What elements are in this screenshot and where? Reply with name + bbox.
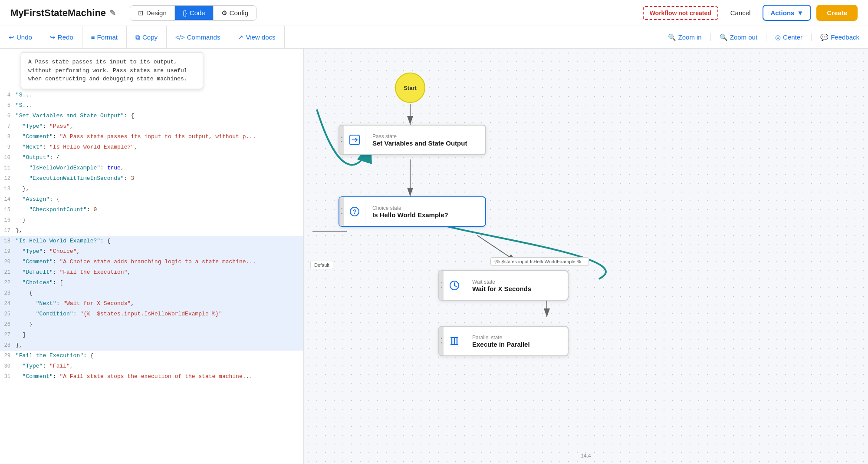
viewdocs-icon: ↗ (238, 33, 243, 41)
tab-code[interactable]: {} Code (175, 6, 214, 20)
code-line-highlighted: 28 }, (0, 340, 303, 351)
zoomout-button[interactable]: 🔍 Zoom out (710, 33, 766, 41)
design-icon: ⊡ (138, 9, 144, 17)
code-line: 15 "CheckpointCount": 0 (0, 205, 303, 215)
copy-icon: ⧉ (135, 33, 140, 41)
zoomin-button[interactable]: 🔍 Zoom in (659, 33, 710, 41)
toolbar-right-group: 🔍 Zoom in 🔍 Zoom out ◎ Center 💬 Feedback (659, 33, 868, 41)
pass-icon (344, 129, 365, 151)
code-line: 8 "Comment": "A Pass state passes its in… (0, 132, 303, 142)
code-line-highlighted: 24 "Next": "Wait for X Seconds", (0, 298, 303, 309)
tab-config[interactable]: ⚙ Config (214, 6, 256, 20)
choice-node-info: Choice state Is Hello World Example? (365, 202, 455, 222)
tooltip-text: A Pass state passes its input to its out… (28, 59, 187, 82)
code-line-highlighted: 23 { (0, 288, 303, 298)
parallel-name-label: Execute in Parallel (472, 341, 530, 348)
parallel-state-node[interactable]: • • Parallel state Execute in Parallel (438, 326, 569, 356)
commands-button[interactable]: </> Commands (167, 26, 229, 48)
code-line-highlighted: 25 "Condition": "{% $states.input.IsHell… (0, 309, 303, 319)
start-node[interactable]: Start (395, 73, 425, 103)
toolbar: ↩ Undo ↪ Redo ≡ Format ⧉ Copy </> Comman… (0, 26, 868, 49)
code-line-highlighted: 22 "Choices": [ (0, 278, 303, 288)
code-line-highlighted: 21 "Default": "Fail the Execution", (0, 267, 303, 278)
default-badge: Default (310, 261, 333, 269)
undo-button[interactable]: ↩ Undo (0, 26, 41, 48)
code-line: 5 "S... (0, 100, 303, 111)
redo-button[interactable]: ↪ Redo (41, 26, 82, 48)
chevron-down-icon: ▼ (797, 9, 803, 17)
viewdocs-button[interactable]: ↗ View docs (229, 26, 284, 48)
code-line: 13 }, (0, 184, 303, 194)
workflow-status: Workflow not created (643, 6, 718, 20)
main-content: A Pass state passes its input to its out… (0, 49, 868, 464)
pass-name-label: Set Variables and State Output (372, 139, 467, 147)
node-handle: • • (339, 126, 344, 154)
code-editor[interactable]: A Pass state passes its input to its out… (0, 49, 304, 464)
node-handle: • • (439, 271, 444, 300)
condition-badge: {% $states.input.IsHelloWorldExample %..… (490, 257, 589, 266)
code-line-highlighted: 19 "Type": "Choice", (0, 246, 303, 257)
code-line-highlighted: 18 "Is Hello World Example?": { (0, 236, 303, 246)
code-line-highlighted: 26 } (0, 319, 303, 330)
format-icon: ≡ (91, 33, 95, 41)
zoom-indicator: 14.4 (581, 453, 591, 459)
code-line: 16 } (0, 215, 303, 225)
code-line: 6 "Set Variables and State Output": { (0, 111, 303, 121)
code-line-highlighted: 27 ] (0, 330, 303, 340)
choice-name-label: Is Hello World Example? (372, 211, 448, 219)
app-title-text: MyFirstStateMachine (10, 7, 106, 19)
pass-type-label: Pass state (372, 133, 467, 139)
node-handle: • • (339, 197, 344, 226)
code-line: 11 "IsHelloWorldExample": true, (0, 163, 303, 173)
actions-button[interactable]: Actions ▼ (763, 5, 811, 21)
code-line: 17 }, (0, 225, 303, 236)
tooltip: A Pass state passes its input to its out… (21, 52, 203, 89)
cancel-button[interactable]: Cancel (723, 6, 758, 20)
connector-svg (304, 49, 868, 464)
wait-state-node[interactable]: • • Wait state Wait for X Seconds (438, 270, 569, 301)
visual-canvas[interactable]: Start • • Pass state Set Variables and S… (304, 49, 868, 464)
create-button[interactable]: Create (816, 5, 858, 21)
start-label: Start (404, 85, 417, 91)
app-title: MyFirstStateMachine ✎ (10, 7, 116, 19)
copy-button[interactable]: ⧉ Copy (127, 26, 167, 48)
code-line: 9 "Next": "Is Hello World Example?", (0, 142, 303, 152)
code-line: 4 "S... (0, 90, 303, 100)
parallel-node-info: Parallel state Execute in Parallel (465, 331, 537, 351)
actions-label: Actions (770, 9, 794, 17)
zoomout-icon: 🔍 (720, 33, 728, 41)
pass-node-info: Pass state Set Variables and State Outpu… (365, 130, 474, 150)
redo-icon: ↪ (50, 33, 56, 41)
feedback-icon: 💬 (820, 33, 829, 41)
edit-icon[interactable]: ✎ (109, 8, 116, 18)
node-handle: • • (439, 327, 444, 355)
header: MyFirstStateMachine ✎ ⊡ Design {} Code ⚙… (0, 0, 868, 26)
choice-state-node[interactable]: • • ? Choice state Is Hello World Exampl… (339, 196, 486, 227)
commands-icon: </> (175, 33, 185, 41)
code-line: 12 "ExecutionWaitTimeInSeconds": 3 (0, 173, 303, 184)
code-line: 7 "Type": "Pass", (0, 121, 303, 132)
undo-icon: ↩ (9, 33, 14, 41)
code-line: 14 "Assign": { (0, 194, 303, 205)
code-line: 30 "Type": "Fail", (0, 361, 303, 371)
center-icon: ◎ (775, 33, 781, 41)
format-button[interactable]: ≡ Format (82, 26, 127, 48)
tab-group: ⊡ Design {} Code ⚙ Config (130, 5, 256, 21)
wait-type-label: Wait state (472, 279, 531, 285)
zoomin-icon: 🔍 (668, 33, 676, 41)
choice-icon: ? (344, 201, 365, 222)
parallel-type-label: Parallel state (472, 335, 530, 341)
wait-name-label: Wait for X Seconds (472, 285, 531, 292)
code-line: 31 "Comment": "A Fail state stops the ex… (0, 371, 303, 382)
tab-design[interactable]: ⊡ Design (130, 6, 175, 20)
choice-type-label: Choice state (372, 205, 448, 211)
code-line-highlighted: 20 "Comment": "A Choice state adds branc… (0, 257, 303, 267)
center-button[interactable]: ◎ Center (766, 33, 811, 41)
parallel-icon (444, 330, 465, 352)
wait-node-info: Wait state Wait for X Seconds (465, 275, 538, 296)
code-line: 29 "Fail the Execution": { (0, 351, 303, 361)
svg-text:?: ? (352, 208, 356, 215)
feedback-button[interactable]: 💬 Feedback (811, 33, 868, 41)
pass-state-node[interactable]: • • Pass state Set Variables and State O… (339, 125, 486, 155)
code-lines: 4 "S... 5 "S... 6 "Set Variables and Sta… (0, 90, 303, 382)
